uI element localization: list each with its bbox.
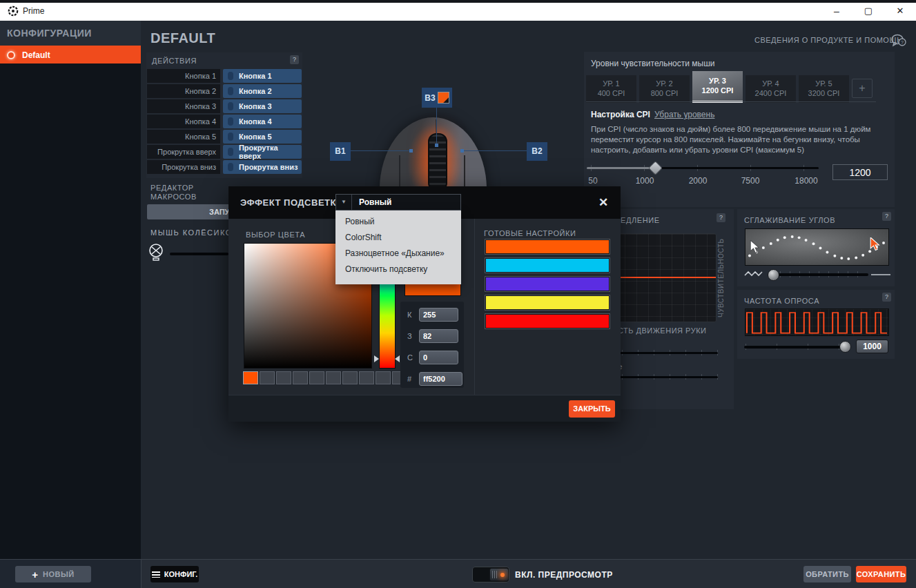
save-button[interactable]: СОХРАНИТЬ — [856, 566, 906, 582]
cpi-tab-4[interactable]: УР. 4 2400 CPI — [746, 75, 796, 103]
color-picker-title: ВЫБОР ЦВЕТА — [246, 231, 305, 239]
preset-swatch[interactable] — [485, 314, 610, 329]
rgb-field-input[interactable] — [419, 308, 458, 322]
cpi-panel-title: Уровни чувствительности мыши — [591, 59, 714, 68]
mouse-label-b3[interactable]: B3 — [422, 88, 452, 108]
maximize-button[interactable]: ▢ — [860, 6, 877, 16]
hue-handle-right-icon[interactable] — [395, 355, 400, 362]
cpi-tab-1[interactable]: УР. 1 400 CPI — [586, 75, 636, 103]
color-swatch[interactable] — [326, 371, 341, 384]
list-icon — [152, 571, 160, 578]
color-swatch[interactable] — [293, 371, 308, 384]
cpi-value-input[interactable] — [832, 164, 888, 180]
action-binding-button[interactable]: Кнопка 1 — [223, 69, 302, 83]
cpi-add-level-button[interactable]: + — [852, 79, 873, 98]
cpi-tick-label: 18000 — [795, 176, 817, 186]
smoothing-panel: СГЛАЖИВАНИЕ УГЛОВ ? — [737, 209, 895, 286]
squiggle-icon — [743, 270, 766, 280]
dropdown-option[interactable]: Отключить подсветку — [335, 261, 461, 277]
modal-close-button[interactable]: ЗАКРЫТЬ — [569, 400, 615, 418]
preset-swatch[interactable] — [485, 277, 610, 291]
preset-swatch[interactable] — [485, 258, 610, 273]
effect-dropdown-value: Ровный — [359, 197, 391, 207]
color-swatch[interactable] — [276, 371, 291, 384]
mouse-icon — [228, 102, 233, 110]
product-help-link[interactable]: СВЕДЕНИЯ О ПРОДУКТЕ И ПОМОЩЬ — [754, 36, 902, 44]
preset-swatch[interactable] — [485, 295, 610, 310]
smoothing-slider-knob[interactable] — [768, 269, 779, 281]
dropdown-option[interactable]: ColorShift — [335, 229, 461, 245]
hex-field-input[interactable] — [419, 372, 462, 386]
cpi-remove-level-link[interactable]: Убрать уровень — [654, 110, 714, 119]
color-swatch[interactable] — [376, 371, 391, 384]
rgb-field-row: К — [407, 308, 462, 322]
action-binding-button[interactable]: Прокрутка вверх — [223, 145, 302, 159]
b1-line — [351, 150, 411, 151]
cpi-slider-handle[interactable] — [648, 161, 663, 175]
config-button[interactable]: КОНФИГ. — [150, 566, 199, 582]
new-config-button[interactable]: + НОВЫЙ — [15, 566, 91, 582]
revert-button[interactable]: ОБРАТИТЬ — [803, 566, 851, 582]
hue-handle-left-icon[interactable] — [374, 355, 379, 362]
action-binding-button[interactable]: Кнопка 4 — [223, 115, 302, 128]
brightness-slider-track[interactable] — [170, 253, 228, 255]
color-swatch[interactable] — [243, 371, 258, 384]
cpi-slider-track[interactable] — [656, 167, 819, 169]
polling-slider-knob[interactable] — [839, 341, 851, 353]
cpi-tab-5[interactable]: УР. 5 3200 CPI — [799, 75, 849, 103]
effect-dropdown[interactable]: ▼ Ровный — [335, 194, 461, 210]
modal-close-icon[interactable]: ✕ — [598, 195, 608, 210]
color-swatch[interactable] — [342, 371, 358, 384]
macro-editor-title-line2: МАКРОСОВ — [150, 193, 197, 201]
b3-color-swatch[interactable] — [438, 92, 449, 104]
smoothing-help-icon[interactable]: ? — [882, 212, 891, 221]
rgb-field-input[interactable] — [419, 329, 458, 343]
actions-help-icon[interactable]: ? — [290, 55, 299, 64]
mouse-label-b1[interactable]: B1 — [330, 142, 351, 161]
page-title: DEFAULT — [150, 30, 215, 46]
sidebar: КОНФИГУРАЦИИ Default — [0, 21, 141, 559]
preview-toggle[interactable] — [472, 567, 509, 582]
sidebar-item-label: Default — [22, 50, 50, 60]
cpi-slider-track-left[interactable] — [587, 167, 656, 169]
b2-dot — [460, 149, 464, 153]
preset-swatch[interactable] — [485, 239, 610, 254]
close-button[interactable]: ✕ — [892, 6, 908, 16]
mouse-icon — [228, 148, 233, 156]
polling-slider[interactable] — [744, 346, 851, 349]
footer-sidebar-section: + НОВЫЙ — [0, 560, 142, 588]
b2-line — [462, 150, 527, 151]
window-title: Prime — [23, 6, 44, 16]
help-chat-icon[interactable]: ? — [890, 33, 907, 47]
macro-editor-title-line1: РЕДАКТОР — [150, 184, 194, 192]
mouse-label-b2[interactable]: B2 — [527, 142, 547, 161]
cpi-tab-2[interactable]: УР. 2 800 CPI — [639, 75, 690, 103]
color-swatch[interactable] — [359, 371, 374, 384]
smoothing-slider[interactable] — [768, 273, 868, 276]
hex-field-label: # — [407, 375, 414, 383]
action-row: Кнопка 2 Кнопка 2 — [147, 84, 302, 98]
sidebar-item-default[interactable]: Default — [0, 46, 141, 63]
action-label: Кнопка 5 — [147, 130, 220, 144]
action-binding-button[interactable]: Прокрутка вниз — [223, 160, 302, 174]
smoothing-viz — [745, 228, 889, 266]
rgb-field-row: С — [407, 351, 462, 364]
dropdown-option[interactable]: Ровный — [335, 210, 461, 229]
mouse-icon — [228, 163, 233, 171]
rgb-field-input[interactable] — [419, 351, 458, 364]
action-binding-button[interactable]: Кнопка 2 — [223, 84, 302, 98]
scroll-wheel — [428, 133, 447, 186]
acceleration-help-icon[interactable]: ? — [717, 213, 725, 222]
action-binding-button[interactable]: Кнопка 3 — [223, 99, 302, 113]
action-label: Кнопка 2 — [147, 84, 220, 98]
color-swatch[interactable] — [260, 371, 275, 384]
action-label: Кнопка 3 — [147, 99, 220, 113]
action-row: Прокрутка вниз Прокрутка вниз — [147, 160, 302, 174]
mouse-icon — [228, 72, 233, 80]
color-swatch[interactable] — [309, 371, 324, 384]
cpi-tab-3-active[interactable]: УР. 3 1200 CPI — [692, 71, 743, 103]
action-binding-button[interactable]: Кнопка 5 — [223, 130, 302, 144]
polling-help-icon[interactable]: ? — [882, 293, 891, 302]
dropdown-option[interactable]: Разноцветное «Дыхание» — [335, 245, 461, 261]
minimize-button[interactable]: – — [828, 6, 845, 17]
